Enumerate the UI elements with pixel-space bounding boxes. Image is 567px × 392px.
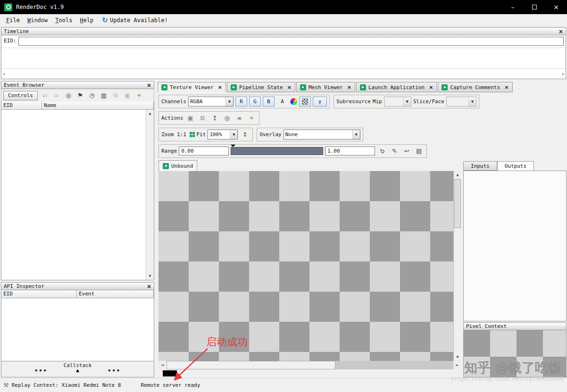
close-icon[interactable]: ×	[559, 29, 563, 34]
statistics-icon[interactable]: ▥	[99, 91, 108, 100]
tab-label: Launch Application	[368, 84, 425, 90]
watermark-url: https://blog.csdn.net/cp790621066	[451, 376, 563, 382]
flip-vertical-icon[interactable]: ↕	[240, 130, 250, 139]
tab-launch-application[interactable]: Launch Application ×	[356, 82, 437, 92]
fit-grid-icon	[190, 132, 195, 137]
scroll-left-icon[interactable]: ◄	[158, 361, 167, 369]
annotation-text: 启动成功	[206, 335, 248, 349]
menu-help[interactable]: Help	[76, 16, 97, 25]
event-browser-list[interactable]: ▲ ▼	[1, 110, 154, 280]
event-browser-scrollbar[interactable]: ▲ ▼	[146, 110, 154, 280]
subresource-label: Subresource	[336, 98, 371, 105]
scroll-right-icon[interactable]: ►	[453, 361, 461, 369]
timeline-header: Timeline ×	[1, 27, 566, 35]
range-max-input[interactable]: 1.00	[325, 147, 375, 155]
red-channel-toggle[interactable]: R	[235, 97, 247, 106]
close-button[interactable]: ×	[545, 0, 567, 14]
scroll-down-icon[interactable]: ▼	[146, 272, 154, 280]
column-header-eid: EID	[1, 102, 42, 110]
replay-context-text[interactable]: Replay Context: Xiaomi Redmi Note 8	[12, 382, 121, 388]
tab-mesh-viewer[interactable]: Mesh Viewer ×	[296, 82, 355, 92]
callstack-section[interactable]: ••• Callstack ▲ •••	[1, 361, 154, 377]
callstack-expander[interactable]: Callstack ▲	[1, 362, 154, 372]
range-slider[interactable]	[231, 147, 323, 155]
extension-star-icon[interactable]: ✦	[246, 113, 257, 123]
alpha-channel-toggle[interactable]: A	[276, 97, 288, 106]
forward-arrow-icon[interactable]: ⇨	[52, 91, 61, 100]
green-channel-toggle[interactable]: G	[249, 97, 261, 106]
tab-unbound-texture[interactable]: Unbound	[158, 160, 197, 171]
api-inspector-list[interactable]	[1, 298, 154, 361]
tab-label: Mesh Viewer	[309, 84, 343, 90]
tab-outputs[interactable]: Outputs	[497, 161, 534, 171]
tab-texture-viewer[interactable]: Texture Viewer ×	[158, 82, 226, 92]
save-icon[interactable]: ▣	[185, 113, 195, 123]
open-external-icon[interactable]: ↥	[209, 113, 220, 123]
range-min-input[interactable]: 0.00	[179, 147, 229, 155]
timer-icon[interactable]: ◷	[87, 91, 97, 100]
checkerboard-background-toggle[interactable]	[299, 97, 311, 106]
scroll-right-icon[interactable]: ›	[562, 70, 564, 77]
menu-file[interactable]: File	[2, 16, 24, 25]
menu-window[interactable]: Window	[24, 16, 51, 25]
update-icon[interactable]: ↻	[102, 16, 108, 24]
fit-button[interactable]: Fit	[197, 131, 206, 138]
close-icon[interactable]: ×	[347, 84, 351, 90]
controls-button[interactable]: Controls	[3, 91, 38, 100]
scroll-down-icon[interactable]: ▼	[454, 353, 461, 361]
tab-capture-comments[interactable]: Capture Comments ×	[438, 82, 512, 92]
scroll-up-icon[interactable]: ▲	[454, 171, 461, 179]
link-icon[interactable]: ∞	[234, 113, 244, 123]
renderdoc-logo-icon	[163, 163, 169, 169]
settings-gear-icon[interactable]: ⚙	[111, 91, 120, 100]
slice-face-select[interactable]: ▼	[446, 97, 476, 106]
tab-inputs[interactable]: Inputs	[463, 161, 497, 171]
viewport-vertical-scrollbar[interactable]: ▲ ▼	[453, 171, 461, 361]
timeline-eid-track[interactable]	[18, 37, 564, 46]
close-icon[interactable]: ×	[429, 84, 433, 90]
bookmark-flag-icon[interactable]: ⚑	[75, 91, 85, 100]
menu-tools[interactable]: Tools	[51, 16, 76, 25]
maximize-button[interactable]	[524, 0, 545, 14]
save-icon[interactable]: ▣	[123, 91, 132, 100]
scrollbar-thumb[interactable]	[454, 179, 461, 228]
zoom-select[interactable]: 100% ▼	[208, 130, 238, 139]
overlay-select[interactable]: None ▼	[284, 130, 360, 139]
outputs-thumbnail-list	[463, 171, 567, 321]
pixel-context-header: Pixel Context	[463, 322, 567, 330]
tab-pipeline-state[interactable]: Pipeline State ×	[227, 82, 295, 92]
autofit-picker-icon[interactable]: ✎	[389, 146, 400, 156]
timeline-body[interactable]: EID: ‹ ›	[1, 35, 566, 79]
channels-select[interactable]: RGBA ▼	[188, 97, 233, 106]
color-wheel-icon[interactable]	[290, 98, 297, 105]
minimize-button[interactable]: –	[502, 0, 524, 14]
texture-display[interactable]: ▲ ▼	[158, 171, 461, 361]
update-available-link[interactable]: Update Available!	[110, 17, 168, 24]
scroll-up-icon[interactable]: ▲	[146, 110, 154, 117]
chevron-down-icon: ▼	[230, 130, 237, 139]
extension-star-icon[interactable]: ✦	[134, 91, 144, 100]
goto-find-icon[interactable]: ◎	[222, 113, 232, 123]
copy-icon[interactable]: ⧉	[197, 113, 208, 123]
api-inspector-panel: API Inspector × EID Event ••• Callstack …	[1, 282, 154, 377]
column-header-event: Event	[77, 290, 154, 298]
find-icon[interactable]: ◎	[64, 91, 73, 100]
gamma-toggle[interactable]: γ	[313, 97, 327, 106]
blue-channel-toggle[interactable]: B	[263, 97, 275, 106]
close-icon[interactable]: ×	[504, 84, 509, 90]
reset-range-icon[interactable]: ↩	[401, 146, 412, 156]
close-icon[interactable]: ×	[147, 284, 151, 289]
close-icon[interactable]: ×	[287, 84, 292, 90]
titlebar: RenderDoc v1.9 – ×	[0, 0, 567, 14]
magnifier-icon[interactable]: ⚲	[375, 144, 389, 158]
histogram-icon[interactable]: ▤	[414, 146, 424, 156]
app-logo-icon	[4, 3, 12, 11]
zoom-1to1-button[interactable]: 1:1	[176, 130, 188, 139]
tab-label: Pipeline State	[239, 84, 283, 90]
mip-select[interactable]: ▼	[384, 97, 411, 106]
close-icon[interactable]: ×	[147, 82, 151, 88]
close-icon[interactable]: ×	[218, 84, 222, 90]
texture-viewer-toolbars: Channels RGBA ▼ R G B A γ Subresource Mi…	[157, 92, 567, 160]
scroll-left-icon[interactable]: ‹	[3, 70, 5, 77]
back-arrow-icon[interactable]: ⇦	[40, 91, 50, 100]
